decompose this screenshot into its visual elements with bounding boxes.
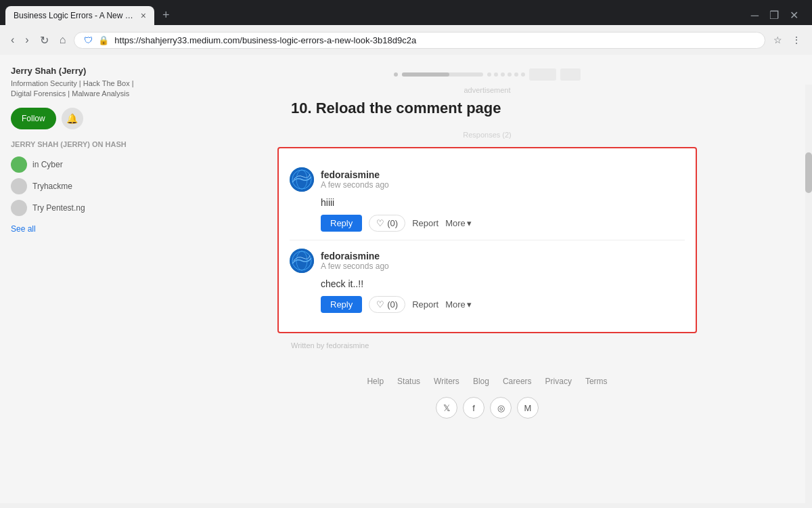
more-label-2: More (445, 299, 466, 310)
forward-button[interactable]: › (22, 31, 31, 49)
twitter-icon[interactable]: 𝕏 (436, 397, 457, 419)
like-button-1[interactable]: ♡ (0) (369, 215, 405, 232)
footer-links: Help Status Writers Blog Careers Privacy… (162, 377, 812, 386)
close-button[interactable]: ✕ (787, 9, 801, 22)
like-button-2[interactable]: ♡ (0) (369, 296, 405, 313)
see-all-link[interactable]: See all (11, 224, 152, 234)
reply-button-1[interactable]: Reply (321, 215, 362, 232)
shield-icon: 🛡 (84, 35, 93, 45)
article-section: 10. Reload the comment page (250, 100, 724, 117)
refresh-button[interactable]: ↻ (37, 31, 51, 49)
comment-actions-2: Reply ♡ (0) Report More ▾ (290, 296, 685, 313)
sidebar-item-label-2: Tryhackme (32, 182, 72, 191)
comment-text-2: check it..!! (290, 278, 685, 289)
comment-item-1: fedoraismine A few seconds ago hiiii Rep… (290, 159, 685, 240)
footer-writers[interactable]: Writers (434, 377, 459, 386)
instagram-icon[interactable]: ◎ (490, 397, 512, 419)
toolbar-action-1 (529, 68, 556, 81)
footer-terms[interactable]: Terms (585, 377, 608, 386)
progress-filled (402, 72, 449, 77)
progress-bar (402, 72, 483, 77)
comment-avatar-1 (290, 167, 314, 192)
comment-time-2: A few seconds ago (321, 261, 389, 271)
bookmark-icon[interactable]: ☆ (771, 32, 785, 48)
sidebar-item-dot-1 (11, 156, 27, 173)
sidebar-item-label-1: in Cyber (32, 160, 63, 169)
comment-time-1: A few seconds ago (321, 180, 389, 190)
report-button-1[interactable]: Report (412, 218, 438, 228)
sidebar-item-label-3: Try Pentest.ng (32, 203, 85, 213)
extensions-icon[interactable]: ⋮ (789, 32, 804, 48)
footer-status[interactable]: Status (397, 377, 420, 386)
reply-button-2[interactable]: Reply (321, 296, 362, 313)
sidebar-item-3[interactable]: Try Pentest.ng (11, 197, 152, 219)
footer-blog[interactable]: Blog (473, 377, 489, 386)
comment-meta-1: fedoraismine A few seconds ago (321, 169, 389, 190)
comment-header-1: fedoraismine A few seconds ago (290, 167, 685, 192)
facebook-icon[interactable]: f (463, 397, 484, 419)
footer-privacy[interactable]: Privacy (545, 377, 572, 386)
sidebar-item-dot-2 (11, 178, 27, 194)
highlighted-comment-section: fedoraismine A few seconds ago hiiii Rep… (277, 147, 697, 333)
comment-item-2: fedoraismine A few seconds ago check it.… (290, 240, 685, 321)
tab-title: Business Logic Errors - A New Look (14, 11, 135, 20)
new-tab-button[interactable]: + (157, 5, 175, 25)
follow-button[interactable]: Follow (11, 108, 56, 129)
comment-author-name-1: fedoraismine (321, 169, 389, 180)
more-label-1: More (445, 218, 466, 228)
sidebar-buttons: Follow 🔔 (11, 108, 152, 129)
report-button-2[interactable]: Report (412, 299, 438, 310)
toolbar-action-2 (560, 68, 581, 81)
like-count-1: (0) (387, 218, 398, 228)
comment-actions-1: Reply ♡ (0) Report More ▾ (290, 215, 685, 232)
lock-icon: 🔒 (98, 35, 109, 45)
scrollbar-thumb[interactable] (805, 152, 812, 193)
heart-icon-1: ♡ (376, 218, 384, 228)
like-count-2: (0) (387, 299, 398, 310)
footer-help[interactable]: Help (367, 377, 384, 386)
medium-icon[interactable]: M (517, 397, 539, 419)
sidebar: Jerry Shah (Jerry) Information Security … (0, 55, 162, 503)
article-heading: 10. Reload the comment page (291, 100, 683, 117)
address-bar[interactable]: 🛡 🔒 https://shahjerry33.medium.com/busin… (74, 32, 765, 49)
sidebar-author-desc: Information Security | Hack The Box | Di… (11, 79, 152, 100)
maximize-button[interactable]: ❐ (767, 9, 782, 22)
footer-careers[interactable]: Careers (503, 377, 532, 386)
address-bar-row: ‹ › ↻ ⌂ 🛡 🔒 https://shahjerry33.medium.c… (0, 25, 812, 55)
active-tab[interactable]: Business Logic Errors - A New Look × (5, 6, 154, 25)
comments-wrapper: fedoraismine A few seconds ago hiiii Rep… (250, 147, 724, 333)
sidebar-item-2[interactable]: Tryhackme (11, 175, 152, 197)
minimize-button[interactable]: ─ (748, 9, 761, 22)
toolbar-dots (487, 72, 525, 77)
heart-icon-2: ♡ (376, 299, 384, 310)
tab-close-icon[interactable]: × (141, 10, 146, 21)
back-button[interactable]: ‹ (8, 31, 17, 49)
browser-actions: ☆ ⋮ (771, 32, 804, 48)
comment-meta-2: fedoraismine A few seconds ago (321, 251, 389, 271)
sidebar-author-name: Jerry Shah (Jerry) (11, 66, 152, 76)
notification-button[interactable]: 🔔 (62, 108, 83, 129)
chevron-down-icon-1: ▾ (467, 218, 472, 228)
article-meta-text: Written by fedoraismine (291, 341, 369, 350)
url-display: https://shahjerry33.medium.com/business-… (114, 35, 755, 45)
chevron-down-icon-2: ▾ (467, 299, 472, 310)
comment-author-name-2: fedoraismine (321, 251, 389, 261)
sidebar-section-title: JERRY SHAH (JERRY) ON HASH (11, 140, 152, 148)
more-button-2[interactable]: More ▾ (445, 299, 472, 310)
comment-avatar-2 (290, 249, 314, 273)
comment-header-2: fedoraismine A few seconds ago (290, 249, 685, 273)
ad-placeholder: advertisement (162, 86, 812, 94)
more-button-1[interactable]: More ▾ (445, 218, 472, 228)
comments-heading-area: Responses (2) (162, 131, 812, 139)
main-content: advertisement 10. Reload the comment pag… (162, 55, 812, 503)
sidebar-item-dot-3 (11, 200, 27, 216)
article-meta-bar: Written by fedoraismine (250, 341, 724, 350)
home-button[interactable]: ⌂ (57, 31, 69, 49)
scrollbar[interactable] (805, 85, 812, 503)
sidebar-item-1[interactable]: in Cyber (11, 154, 152, 175)
toolbar-dot (394, 72, 398, 77)
comment-text-1: hiiii (290, 197, 685, 208)
social-icons-row: 𝕏 f ◎ M (162, 397, 812, 419)
toolbar-area (162, 66, 812, 86)
